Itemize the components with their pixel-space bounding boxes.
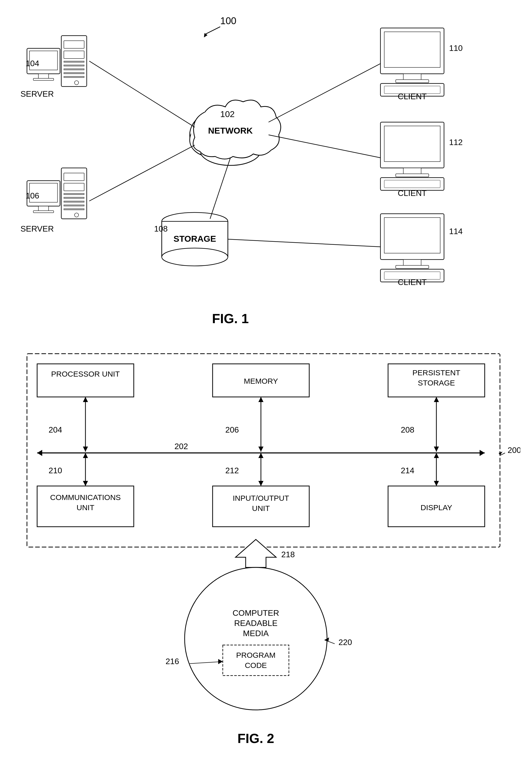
- svg-line-57: [269, 135, 380, 158]
- display-label: DISPLAY: [421, 503, 452, 512]
- ref-114: 114: [449, 227, 463, 236]
- crm-label2: READABLE: [234, 619, 278, 628]
- ref-218: 218: [281, 550, 295, 559]
- svg-rect-15: [64, 41, 84, 48]
- client-1: [380, 28, 444, 96]
- program-code-label1: PROGRAM: [236, 651, 275, 659]
- ref-214: 214: [401, 466, 414, 475]
- svg-line-37: [89, 145, 195, 201]
- memory-label: MEMORY: [244, 377, 278, 385]
- comm-unit-label2: UNIT: [77, 503, 94, 512]
- svg-rect-18: [64, 65, 84, 66]
- svg-rect-61: [396, 265, 429, 268]
- svg-rect-29: [64, 173, 84, 181]
- svg-line-0: [205, 27, 220, 34]
- io-unit-label1: INPUT/OUTPUT: [233, 494, 289, 502]
- ref-208: 208: [401, 425, 414, 434]
- processor-unit-label: PROCESSOR UNIT: [51, 370, 120, 378]
- program-code-label2: CODE: [245, 661, 267, 670]
- svg-line-64: [228, 239, 380, 247]
- client-3: [380, 214, 444, 282]
- fig2-diagram: 200 202 PROCESSOR UNIT 204 MEMORY 206 PE…: [12, 346, 520, 758]
- svg-rect-33: [64, 201, 84, 202]
- ref-210: 210: [49, 466, 62, 475]
- program-code-box: [223, 645, 289, 676]
- svg-point-36: [75, 213, 79, 217]
- ref-106: 106: [26, 191, 39, 200]
- svg-line-23: [89, 61, 195, 127]
- svg-rect-54: [396, 174, 429, 177]
- svg-rect-45: [384, 32, 440, 67]
- ref-206: 206: [225, 425, 239, 434]
- client-label-2: CLIENT: [398, 188, 427, 198]
- svg-rect-34: [64, 205, 84, 206]
- fig1-label: FIG. 1: [212, 311, 249, 326]
- svg-rect-27: [33, 211, 54, 213]
- ref-110: 110: [449, 43, 463, 53]
- server-label-1: SERVER: [20, 89, 54, 98]
- network-cloud: NETWORK 102: [190, 100, 281, 165]
- svg-rect-16: [64, 51, 84, 58]
- client-label-1: CLIENT: [398, 92, 427, 101]
- crm-label3: MEDIA: [243, 629, 269, 638]
- ref-104: 104: [26, 59, 39, 68]
- ref-112: 112: [449, 138, 463, 147]
- comm-unit-label1: COMMUNICATIONS: [50, 493, 121, 502]
- io-unit-label2: UNIT: [252, 504, 270, 513]
- fig2-label: FIG. 2: [238, 731, 274, 746]
- ref-102: 102: [220, 109, 235, 119]
- svg-rect-30: [64, 183, 84, 191]
- server-label-2: SERVER: [20, 224, 54, 233]
- svg-rect-13: [33, 78, 54, 80]
- ref-216: 216: [166, 657, 179, 666]
- svg-rect-17: [64, 61, 84, 62]
- persistent-storage-label2: STORAGE: [418, 378, 455, 387]
- page: 100 NETWORK 102: [0, 0, 532, 772]
- client-label-3: CLIENT: [398, 277, 427, 287]
- ref-200: 200: [508, 446, 520, 455]
- svg-line-43: [210, 158, 230, 219]
- svg-point-22: [75, 81, 79, 85]
- svg-rect-20: [64, 72, 84, 74]
- client-2: [380, 122, 444, 190]
- processor-unit-box: [37, 364, 134, 397]
- crm-label1: COMPUTER: [232, 608, 279, 618]
- svg-point-40: [162, 248, 228, 266]
- ref-100: 100: [220, 16, 236, 26]
- svg-rect-60: [403, 259, 421, 266]
- storage-label: STORAGE: [173, 234, 216, 243]
- ref-204: 204: [49, 425, 62, 434]
- svg-rect-21: [64, 76, 84, 78]
- svg-rect-31: [64, 193, 84, 195]
- computer-readable-media-circle: [185, 568, 327, 710]
- svg-rect-52: [384, 126, 440, 162]
- ref-108: 108: [154, 224, 168, 233]
- svg-rect-26: [38, 206, 49, 211]
- ref-220: 220: [338, 638, 352, 647]
- network-label: NETWORK: [208, 126, 253, 135]
- svg-rect-32: [64, 197, 84, 198]
- svg-rect-47: [396, 80, 429, 83]
- svg-rect-19: [64, 69, 84, 70]
- svg-rect-46: [403, 74, 421, 80]
- svg-line-50: [269, 64, 380, 122]
- ref-202: 202: [174, 442, 188, 451]
- persistent-storage-label1: PERSISTENT: [412, 368, 460, 377]
- svg-rect-35: [64, 209, 84, 210]
- ref-212: 212: [225, 466, 239, 475]
- fig1-diagram: 100 NETWORK 102: [12, 10, 520, 346]
- svg-rect-53: [403, 168, 421, 174]
- svg-rect-59: [384, 217, 440, 253]
- svg-rect-12: [38, 74, 49, 79]
- svg-rect-56: [384, 180, 440, 188]
